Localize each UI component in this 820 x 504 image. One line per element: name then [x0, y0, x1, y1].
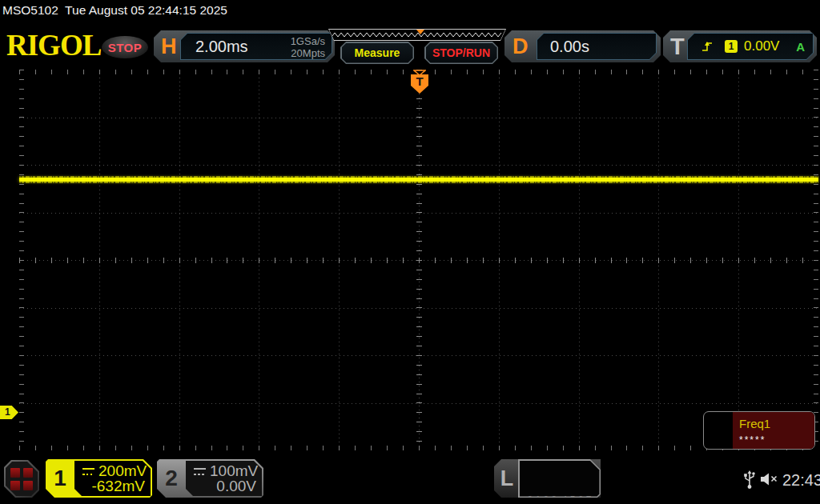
dc-coupling-icon [82, 468, 94, 475]
graticule: T [19, 70, 818, 450]
horizontal-label: H [161, 30, 177, 62]
logic-channels-row1: 0 1 2 3 4 5 6 7 [520, 494, 600, 504]
menu-button[interactable] [4, 460, 39, 498]
channel2-number: 2 [157, 459, 186, 498]
channel2-offset: 0.00V [216, 478, 256, 495]
rigol-logo: RIGOL [6, 30, 98, 62]
timebase-value: 2.00ms [195, 38, 248, 56]
timebase-box: 2.00ms 1GSa/s 20Mpts [180, 33, 332, 60]
channel1-trace [19, 176, 818, 183]
overview-trigger-position-icon [416, 30, 424, 34]
channel1-status-panel[interactable]: 1 200mV -632mV [46, 459, 152, 498]
measurement-freq1-panel[interactable]: Freq1 ***** [703, 411, 815, 450]
trigger-label: T [670, 30, 685, 62]
horizontal-timebase-panel[interactable]: H 2.00ms 1GSa/s 20Mpts [154, 30, 335, 62]
trigger-sweep-mode: A [796, 40, 805, 54]
trigger-source-badge: 1 [725, 40, 738, 53]
channel2-status-panel[interactable]: 2 100mV 0.00V [157, 459, 263, 498]
measurement-value: ***** [739, 434, 766, 446]
window-title: MSO5102 Tue August 05 22:44:15 2025 [2, 3, 227, 18]
usb-icon [743, 470, 756, 490]
delay-value: 0.00s [550, 38, 589, 56]
dc-coupling-icon [194, 468, 206, 475]
delay-label: D [512, 30, 529, 62]
delay-panel[interactable]: D 0.00s [504, 30, 661, 62]
channel1-number: 1 [46, 459, 74, 498]
clock: 22:43 [782, 471, 820, 490]
trigger-panel[interactable]: T 1 0.00V A [663, 30, 817, 62]
trigger-level-value: 0.00V [744, 38, 779, 54]
measure-button[interactable]: Measure [340, 42, 414, 64]
channel1-ground-marker[interactable]: 1 [0, 406, 18, 419]
trigger-box: 1 0.00V A [687, 33, 814, 60]
speaker-muted-icon [759, 472, 780, 488]
stop-run-button[interactable]: STOP/RUN [424, 42, 498, 64]
channel1-offset: -632mV [91, 478, 145, 495]
edge-trigger-icon [701, 40, 715, 53]
measurement-title: Freq1 [739, 417, 770, 430]
logic-label: L [494, 459, 520, 498]
trigger-position-marker[interactable]: T [411, 74, 428, 94]
menu-grid-icon [6, 462, 38, 496]
center-vertical-axis-ticks [416, 70, 422, 450]
logic-channels-panel[interactable]: L 0 1 2 3 4 5 6 7 8 9 10 11 12 13 14 15 [494, 459, 601, 498]
sample-rate: 1GSa/s [291, 35, 325, 47]
acquisition-status-badge: STOP [102, 36, 148, 58]
memory-depth: 20Mpts [291, 47, 325, 59]
delay-box: 0.00s [537, 33, 657, 60]
